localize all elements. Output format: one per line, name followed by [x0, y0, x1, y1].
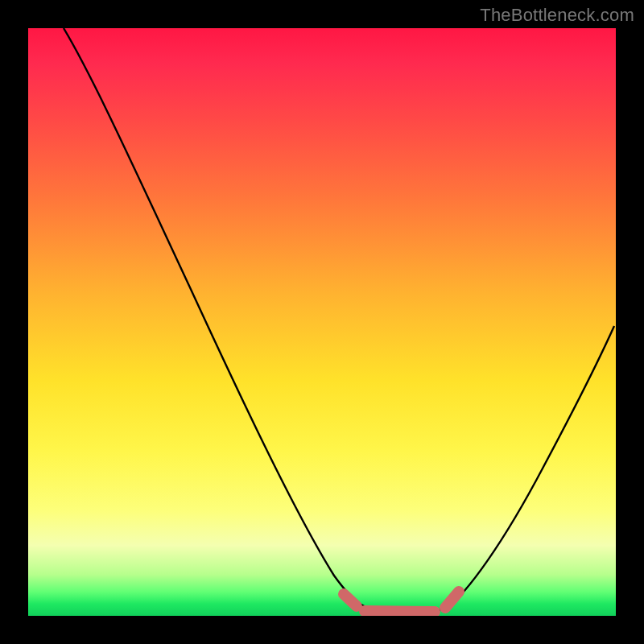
- chart-svg: [28, 28, 616, 616]
- chart-frame: TheBottleneck.com: [0, 0, 644, 644]
- chart-plot-area: [28, 28, 616, 616]
- bottleneck-curve: [64, 28, 614, 613]
- optimal-zone-marker: [344, 592, 459, 612]
- watermark-text: TheBottleneck.com: [480, 5, 634, 26]
